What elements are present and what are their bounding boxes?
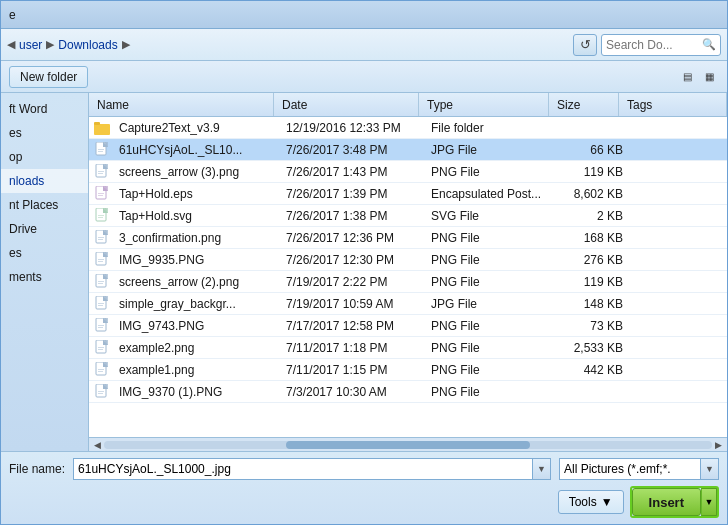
file-type-cell: PNG File [427, 253, 557, 267]
svg-rect-10 [98, 173, 103, 174]
file-type-cell: File folder [427, 121, 557, 135]
file-icon-2 [93, 164, 111, 180]
file-size-cell: 66 KB [557, 143, 627, 157]
new-folder-button[interactable]: New folder [9, 66, 88, 88]
svg-rect-13 [98, 193, 104, 194]
sidebar-item-recent[interactable]: nt Places [1, 193, 88, 217]
file-icon-8 [93, 296, 111, 312]
sidebar-item-6[interactable]: es [1, 241, 88, 265]
file-type-cell: JPG File [427, 143, 557, 157]
table-row[interactable]: example1.png 7/11/2017 1:15 PM PNG File … [89, 359, 727, 381]
table-row[interactable]: Capture2Text_v3.9 12/19/2016 12:33 PM Fi… [89, 117, 727, 139]
file-icon-0 [93, 120, 111, 136]
toolbar: New folder ▤ ▦ [1, 61, 727, 93]
search-input[interactable] [606, 38, 702, 52]
file-name-cell: IMG_9743.PNG [115, 319, 282, 333]
horizontal-scrollbar[interactable]: ◀ ▶ [89, 437, 727, 451]
file-name-cell: screens_arrow (3).png [115, 165, 282, 179]
file-size-cell: 2 KB [557, 209, 627, 223]
file-name-cell: Tap+Hold.eps [115, 187, 282, 201]
col-header-type[interactable]: Type [419, 93, 549, 116]
svg-rect-24 [103, 252, 108, 257]
sidebar-item-1[interactable]: es [1, 121, 88, 145]
sidebar-item-word[interactable]: ft Word [1, 97, 88, 121]
svg-rect-36 [103, 318, 108, 323]
file-date-cell: 7/19/2017 2:22 PM [282, 275, 427, 289]
table-row[interactable]: screens_arrow (2).png 7/19/2017 2:22 PM … [89, 271, 727, 293]
svg-rect-46 [98, 371, 103, 372]
svg-rect-38 [98, 327, 103, 328]
table-row[interactable]: example2.png 7/11/2017 1:18 PM PNG File … [89, 337, 727, 359]
sidebar-item-docs[interactable]: ments [1, 265, 88, 289]
file-name-cell: screens_arrow (2).png [115, 275, 282, 289]
table-row[interactable]: screens_arrow (3).png 7/26/2017 1:43 PM … [89, 161, 727, 183]
file-date-cell: 7/3/2017 10:30 AM [282, 385, 427, 399]
table-row[interactable]: IMG_9935.PNG 7/26/2017 12:30 PM PNG File… [89, 249, 727, 271]
bottom-bar: File name: ▼ All Pictures (*.emf;*. ▼ To… [1, 451, 727, 524]
sidebar-item-downloads[interactable]: nloads [1, 169, 88, 193]
breadcrumb-separator-2: ▶ [122, 38, 130, 51]
file-type-container[interactable]: All Pictures (*.emf;*. ▼ [559, 458, 719, 480]
file-name-input[interactable] [74, 459, 532, 479]
file-size-cell: 168 KB [557, 231, 627, 245]
insert-group: Insert ▼ [630, 486, 719, 518]
file-type-cell: PNG File [427, 165, 557, 179]
col-header-tags[interactable]: Tags [619, 93, 727, 116]
svg-rect-8 [103, 164, 108, 169]
table-row[interactable]: Tap+Hold.eps 7/26/2017 1:39 PM Encapsula… [89, 183, 727, 205]
breadcrumb-separator-1: ▶ [46, 38, 54, 51]
hscroll-right-button[interactable]: ▶ [712, 440, 725, 450]
title-text: e [9, 8, 16, 22]
file-type-cell: PNG File [427, 385, 557, 399]
svg-rect-40 [103, 340, 108, 345]
hscroll-left-button[interactable]: ◀ [91, 440, 104, 450]
hscroll-thumb[interactable] [286, 441, 529, 449]
file-date-cell: 7/26/2017 1:38 PM [282, 209, 427, 223]
file-icon-10 [93, 340, 111, 356]
file-type-cell: JPG File [427, 297, 557, 311]
list-view-button[interactable]: ▤ [677, 67, 697, 87]
file-name-cell: example2.png [115, 341, 282, 355]
back-arrow[interactable]: ◀ [7, 38, 15, 51]
insert-button[interactable]: Insert [632, 488, 701, 516]
file-type-dropdown-button[interactable]: ▼ [700, 459, 718, 479]
file-name-dropdown-button[interactable]: ▼ [532, 459, 550, 479]
file-dialog: e ◀ user ▶ Downloads ▶ ↺ 🔍 New folder ▤ … [0, 0, 728, 525]
file-type-cell: SVG File [427, 209, 557, 223]
sidebar-item-2[interactable]: op [1, 145, 88, 169]
sidebar-item-drive[interactable]: Drive [1, 217, 88, 241]
file-name-dropdown[interactable]: ▼ [73, 458, 551, 480]
svg-rect-6 [98, 151, 103, 152]
col-header-date[interactable]: Date [274, 93, 419, 116]
breadcrumb-user[interactable]: user [19, 38, 42, 52]
insert-dropdown-button[interactable]: ▼ [701, 488, 717, 516]
file-name-cell: IMG_9935.PNG [115, 253, 282, 267]
file-name-label: File name: [9, 462, 65, 476]
hscroll-track[interactable] [104, 441, 712, 449]
svg-rect-25 [98, 259, 104, 260]
col-header-size[interactable]: Size [549, 93, 619, 116]
file-icon-4 [93, 208, 111, 224]
svg-rect-26 [98, 261, 103, 262]
refresh-button[interactable]: ↺ [573, 34, 597, 56]
table-row[interactable]: simple_gray_backgr... 7/19/2017 10:59 AM… [89, 293, 727, 315]
svg-rect-20 [103, 230, 108, 235]
main-content: ft Word es op nloads nt Places Drive es … [1, 93, 727, 451]
table-row[interactable]: 3_confirmation.png 7/26/2017 12:36 PM PN… [89, 227, 727, 249]
table-row[interactable]: IMG_9743.PNG 7/17/2017 12:58 PM PNG File… [89, 315, 727, 337]
col-header-name[interactable]: Name [89, 93, 274, 116]
table-row[interactable]: 61uHCYsjAoL._SL10... 7/26/2017 3:48 PM J… [89, 139, 727, 161]
file-size-cell: 2,533 KB [557, 341, 627, 355]
breadcrumb-downloads[interactable]: Downloads [58, 38, 117, 52]
tools-button[interactable]: Tools ▼ [558, 490, 624, 514]
search-box[interactable]: 🔍 [601, 34, 721, 56]
tools-dropdown-icon: ▼ [601, 495, 613, 509]
column-headers: Name Date Type Size Tags [89, 93, 727, 117]
dropdown-arrow-icon: ▼ [537, 464, 546, 474]
svg-rect-44 [103, 362, 108, 367]
grid-view-button[interactable]: ▦ [699, 67, 719, 87]
table-row[interactable]: Tap+Hold.svg 7/26/2017 1:38 PM SVG File … [89, 205, 727, 227]
table-row[interactable]: IMG_9370 (1).PNG 7/3/2017 10:30 AM PNG F… [89, 381, 727, 403]
file-date-cell: 7/11/2017 1:18 PM [282, 341, 427, 355]
file-icon-1 [93, 142, 111, 158]
